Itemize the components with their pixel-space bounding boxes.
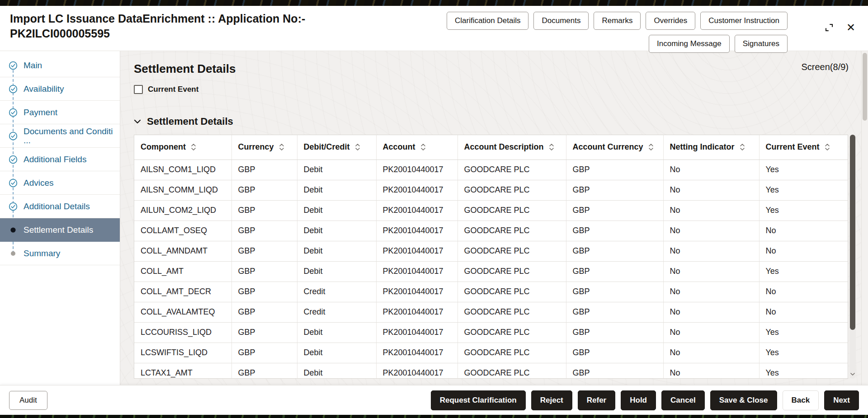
- sidebar-item-main[interactable]: Main: [0, 54, 120, 77]
- sidebar-item-additional-details[interactable]: Additional Details: [0, 195, 120, 218]
- table-cell: Credit: [297, 302, 376, 322]
- section-collapse-icon[interactable]: [134, 119, 141, 124]
- window-title-line1: Import LC Issuance DataEnrichment :: App…: [10, 11, 399, 26]
- sort-icon: [420, 143, 426, 151]
- reject-button[interactable]: Reject: [531, 390, 572, 410]
- table-scrollbar-thumb[interactable]: [850, 135, 855, 330]
- sidebar-item-availability[interactable]: Availability: [0, 77, 120, 101]
- page-title: Settlement Details: [134, 62, 236, 76]
- page-scrollbar-thumb[interactable]: [863, 53, 867, 121]
- column-header-label: Currency: [238, 142, 274, 152]
- table-cell: Yes: [759, 363, 848, 379]
- incoming-message-button[interactable]: Incoming Message: [649, 35, 730, 53]
- sidebar: MainAvailabilityPaymentDocuments and Con…: [0, 51, 120, 385]
- step-complete-icon: [9, 178, 18, 188]
- table-cell: AILSN_COM1_LIQD: [134, 160, 231, 180]
- table-cell: No: [759, 241, 848, 261]
- sidebar-steps: MainAvailabilityPaymentDocuments and Con…: [0, 54, 120, 265]
- current-event-label: Current Event: [148, 85, 198, 94]
- table-row[interactable]: COLL_AVALAMTEQGBPCreditPK20010440017GOOD…: [134, 302, 848, 322]
- step-complete-icon: [9, 61, 18, 70]
- column-header-label: Account Currency: [573, 142, 643, 152]
- back-button[interactable]: Back: [783, 390, 819, 410]
- column-header-current-event[interactable]: Current Event: [759, 135, 848, 160]
- table-cell: PK20010440017: [376, 160, 458, 180]
- table-cell: AILSN_COMM_LIQD: [134, 180, 231, 200]
- table-row[interactable]: AILSN_COM1_LIQDGBPDebitPK20010440017GOOD…: [134, 160, 848, 180]
- table-row[interactable]: AILUN_COM2_LIQDGBPDebitPK20010440017GOOD…: [134, 200, 848, 221]
- table-cell: GOODCARE PLC: [458, 363, 566, 379]
- table-cell: LCSWIFTIS_LIQD: [134, 343, 231, 363]
- cancel-button[interactable]: Cancel: [661, 390, 705, 410]
- table-row[interactable]: LCSWIFTIS_LIQDGBPDebitPK20010440017GOODC…: [134, 343, 848, 363]
- current-event-checkbox[interactable]: [134, 85, 143, 94]
- column-header-account[interactable]: Account: [376, 135, 458, 160]
- expand-icon[interactable]: [825, 23, 834, 32]
- signatures-button[interactable]: Signatures: [735, 35, 788, 53]
- table-row[interactable]: COLLAMT_OSEQGBPDebitPK20010440017GOODCAR…: [134, 221, 848, 241]
- column-header-account-description[interactable]: Account Description: [458, 135, 566, 160]
- table-cell: COLLAMT_OSEQ: [134, 221, 231, 241]
- table-cell: GBP: [566, 302, 663, 322]
- column-header-netting-indicator[interactable]: Netting Indicator: [663, 135, 759, 160]
- sidebar-item-label: Additional Fields: [24, 155, 86, 164]
- sidebar-item-additional-fields[interactable]: Additional Fields: [0, 148, 120, 171]
- table-body: AILSN_COM1_LIQDGBPDebitPK20010440017GOOD…: [134, 160, 848, 379]
- table-scrollbar[interactable]: [849, 135, 856, 379]
- column-header-label: Account: [383, 142, 415, 152]
- sidebar-item-documents-and-conditi[interactable]: Documents and Conditi ...: [0, 124, 120, 148]
- column-header-debit-credit[interactable]: Debit/Credit: [297, 135, 376, 160]
- sidebar-item-label: Availability: [24, 85, 64, 94]
- table-row[interactable]: LCTAX1_AMTGBPDebitPK20010440017GOODCARE …: [134, 363, 848, 379]
- scroll-down-icon[interactable]: [850, 370, 855, 378]
- table-cell: GBP: [231, 200, 297, 221]
- sidebar-item-settlement-details[interactable]: Settlement Details: [0, 218, 120, 242]
- table-cell: GBP: [566, 343, 663, 363]
- table-cell: GBP: [231, 343, 297, 363]
- table-row[interactable]: COLL_AMTGBPDebitPK20010440017GOODCARE PL…: [134, 261, 848, 282]
- documents-button[interactable]: Documents: [533, 12, 589, 30]
- close-icon[interactable]: ✕: [846, 22, 855, 33]
- table-cell: Debit: [297, 160, 376, 180]
- table-cell: GBP: [231, 180, 297, 200]
- column-header-component[interactable]: Component: [134, 135, 231, 160]
- table-row[interactable]: COLL_AMT_DECRGBPCreditPK20010440017GOODC…: [134, 282, 848, 302]
- table-cell: No: [663, 180, 759, 200]
- content-top: Settlement Details Screen(8/9): [134, 62, 856, 76]
- sort-icon: [191, 143, 196, 151]
- refer-button[interactable]: Refer: [578, 390, 615, 410]
- table-cell: Debit: [297, 343, 376, 363]
- column-header-currency[interactable]: Currency: [231, 135, 297, 160]
- section-header: Settlement Details: [134, 116, 856, 127]
- table-cell: Yes: [759, 160, 848, 180]
- clarification-details-button[interactable]: Clarification Details: [447, 12, 529, 30]
- table-cell: Debit: [297, 200, 376, 221]
- request-clarification-button[interactable]: Request Clarification: [431, 390, 526, 410]
- sort-icon: [549, 143, 554, 151]
- sidebar-item-advices[interactable]: Advices: [0, 171, 120, 195]
- next-button[interactable]: Next: [824, 390, 859, 410]
- table-cell: No: [663, 363, 759, 379]
- page-scrollbar[interactable]: [861, 51, 868, 385]
- sidebar-item-summary[interactable]: Summary: [0, 242, 120, 265]
- table-row[interactable]: LCCOURISS_LIQDGBPDebitPK20010440017GOODC…: [134, 322, 848, 343]
- column-header-label: Debit/Credit: [304, 142, 350, 152]
- save-close-button[interactable]: Save & Close: [710, 390, 777, 410]
- table-row[interactable]: AILSN_COMM_LIQDGBPDebitPK20010440017GOOD…: [134, 180, 848, 200]
- table-cell: No: [663, 302, 759, 322]
- table-cell: PK20010440017: [376, 261, 458, 282]
- table-cell: Yes: [759, 200, 848, 221]
- table-cell: PK20010440017: [376, 343, 458, 363]
- overrides-button[interactable]: Overrides: [646, 12, 695, 30]
- table-cell: No: [759, 221, 848, 241]
- column-header-account-currency[interactable]: Account Currency: [566, 135, 663, 160]
- table-cell: GBP: [566, 261, 663, 282]
- sidebar-item-payment[interactable]: Payment: [0, 101, 120, 124]
- table-cell: GBP: [566, 322, 663, 343]
- table-cell: Debit: [297, 180, 376, 200]
- table-row[interactable]: COLL_AMNDAMTGBPDebitPK20010440017GOODCAR…: [134, 241, 848, 261]
- hold-button[interactable]: Hold: [621, 390, 656, 410]
- audit-button[interactable]: Audit: [9, 391, 47, 410]
- remarks-button[interactable]: Remarks: [594, 12, 641, 30]
- customer-instruction-button[interactable]: Customer Instruction: [700, 12, 788, 30]
